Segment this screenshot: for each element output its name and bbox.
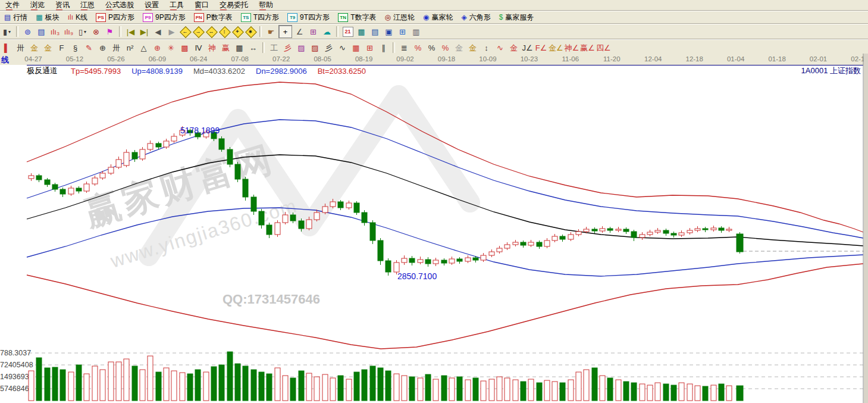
t9-square-button[interactable]: T99T四方形	[283, 13, 334, 23]
percent-line-tool[interactable]: %	[439, 42, 452, 54]
menu-item-江恩[interactable]: 江恩	[75, 0, 100, 11]
kline-3-icon[interactable]: ılı₃	[49, 26, 61, 38]
t-square-button[interactable]: TST四方形	[237, 13, 283, 23]
gold-comb-tool-1[interactable]: 金	[28, 42, 40, 54]
p-number-button[interactable]: PNP数字表	[190, 13, 237, 23]
notepad-button[interactable]: ▤	[369, 26, 381, 38]
brush-tool[interactable]: ▌	[1, 42, 13, 54]
pen-tool[interactable]: ✎	[83, 42, 95, 54]
network-icon[interactable]: ⊚	[21, 26, 34, 38]
chart-export-button[interactable]: ⊞	[396, 26, 409, 38]
wave-red-tool[interactable]: ∿	[494, 42, 506, 54]
circle-target-tool[interactable]: ⊕	[151, 42, 164, 54]
angle-si-tool[interactable]: 四∠	[596, 42, 611, 54]
ornament-icon[interactable]: ⊗	[90, 26, 102, 38]
p9-square-button[interactable]: P99P四方形	[139, 13, 190, 23]
clipboard-icon[interactable]: ▤	[35, 26, 48, 38]
next-button[interactable]: ▶	[165, 26, 178, 38]
n-squared-tool[interactable]: n²	[124, 42, 136, 54]
menu-item-浏览[interactable]: 浏览	[25, 0, 50, 11]
kline-button[interactable]: ılıK线	[64, 13, 92, 23]
last-page-button[interactable]: ▶|	[138, 26, 151, 38]
zoom-all-button[interactable]: ∗	[245, 26, 256, 37]
percent-tool[interactable]: %	[425, 42, 438, 54]
tally-dense-tool[interactable]: 卅	[110, 42, 123, 54]
winner-wheel-button[interactable]: ◉赢家轮	[419, 13, 457, 23]
save-button[interactable]: ▣	[383, 26, 395, 38]
menu-item-工具[interactable]: 工具	[164, 0, 189, 11]
gold-red-tool[interactable]: 金	[507, 42, 520, 54]
quotes-button[interactable]: ▤行情	[0, 13, 32, 23]
first-page-button[interactable]: |◀	[124, 26, 137, 38]
fan-box-purple-tool[interactable]: ▨	[295, 42, 308, 54]
ruler-123-tool[interactable]: ▦	[233, 42, 246, 54]
chart-type-combo[interactable]: ▮▾	[1, 26, 13, 38]
circle-degrees-tool[interactable]: ⊕	[96, 42, 109, 54]
angle-j-tool[interactable]: J∠	[521, 42, 534, 54]
flag-chart-icon[interactable]: ⚑	[104, 26, 116, 38]
spiral-tool[interactable]: §	[69, 42, 82, 54]
gann-wheel-button[interactable]: ◎江恩轮	[380, 13, 418, 23]
angle-f-tool[interactable]: F∠	[535, 42, 547, 54]
prev-button[interactable]: ◀	[152, 26, 164, 38]
print-button[interactable]: ▥	[410, 26, 422, 38]
calendar-button[interactable]: 21	[341, 26, 354, 38]
candle-body	[449, 259, 455, 263]
angle-f-tool-glyph: F∠	[535, 44, 547, 52]
fan-red-tool[interactable]: 彡	[281, 42, 294, 54]
angle-shen-tool[interactable]: 神∠	[565, 42, 579, 54]
pan-left-button[interactable]: ←	[180, 26, 190, 37]
menu-item-交易委托[interactable]: 交易委托	[214, 0, 253, 11]
grid-fine-tool[interactable]: ▦	[350, 42, 362, 54]
shen-comb-tool[interactable]: 神	[206, 42, 218, 54]
menu-item-资讯[interactable]: 资讯	[50, 0, 75, 11]
candle-period-combo[interactable]: ▯▾	[76, 26, 89, 38]
grid-axis-tool[interactable]: ⊞	[364, 42, 376, 54]
grid-tool-button[interactable]: ⊞	[307, 26, 319, 38]
menu-item-帮助[interactable]: 帮助	[253, 0, 278, 11]
date-label: 01-04	[727, 55, 745, 63]
zigzag-tool[interactable]: ∿	[336, 42, 349, 54]
menu-item-设置[interactable]: 设置	[139, 0, 164, 11]
crosshair-tool-button[interactable]: +	[278, 25, 292, 38]
calculator-button[interactable]: ▦	[355, 26, 368, 38]
f-comb-tool[interactable]: F	[55, 42, 68, 54]
kline-9-icon[interactable]: ılı₉	[62, 26, 75, 38]
zoom-horizontal-button[interactable]: ↔	[206, 26, 217, 37]
grid-box-tool[interactable]: ▩	[178, 42, 191, 54]
fan-box-red-tool[interactable]: ▨	[309, 42, 321, 54]
kline-pattern-tool[interactable]: Ⅳ	[192, 42, 205, 54]
t-number-button[interactable]: TNT数字表	[334, 13, 380, 23]
menu-item-窗口[interactable]: 窗口	[189, 0, 214, 11]
bars-tool[interactable]: ≣	[398, 42, 411, 54]
angle-flag-tool[interactable]: △	[137, 42, 150, 54]
starburst-tool[interactable]: ✳	[165, 42, 177, 54]
brain-icon[interactable]: ☁	[321, 26, 333, 38]
p-square-button[interactable]: PSP四方形	[92, 13, 139, 23]
angle-tool-button[interactable]: ∠	[293, 26, 306, 38]
winner-service-button[interactable]: $赢家服务	[495, 13, 538, 23]
percent-red-tool[interactable]: %	[412, 42, 424, 54]
width-measure-tool[interactable]: ↔	[247, 42, 259, 54]
pan-right-button[interactable]: →	[193, 26, 203, 37]
menu-item-公式选股[interactable]: 公式选股	[100, 0, 139, 11]
ying-comb-tool[interactable]: 赢	[220, 42, 232, 54]
hand-tool-button[interactable]: ☛	[265, 26, 277, 38]
angle-gold-tool[interactable]: 金∠	[549, 42, 563, 54]
coin-gray-tool[interactable]: 金	[453, 42, 465, 54]
hexagon-button[interactable]: ◈六角形	[457, 13, 494, 23]
coin-gold-tool[interactable]: 金	[466, 42, 479, 54]
blocks-button[interactable]: ▦板块	[32, 13, 63, 23]
tally-lines-tool-glyph: 卅	[17, 44, 24, 52]
zoom-in-button[interactable]: +	[232, 26, 243, 37]
angle-ying-tool[interactable]: 赢∠	[580, 42, 595, 54]
volume-bar	[227, 352, 233, 401]
ibeam-grid-tool[interactable]: 工	[268, 42, 280, 54]
fan-lines-tool[interactable]: 彡	[322, 42, 335, 54]
candle-measure-tool[interactable]: ↕	[480, 42, 493, 54]
tally-lines-tool[interactable]: 卅	[14, 42, 27, 54]
parallel-lines-tool[interactable]: ∥	[377, 42, 390, 54]
zoom-vertical-button[interactable]: ↕	[219, 26, 230, 37]
menu-item-文件[interactable]: 文件	[0, 0, 25, 11]
gold-comb-tool-2[interactable]: 金	[42, 42, 54, 54]
